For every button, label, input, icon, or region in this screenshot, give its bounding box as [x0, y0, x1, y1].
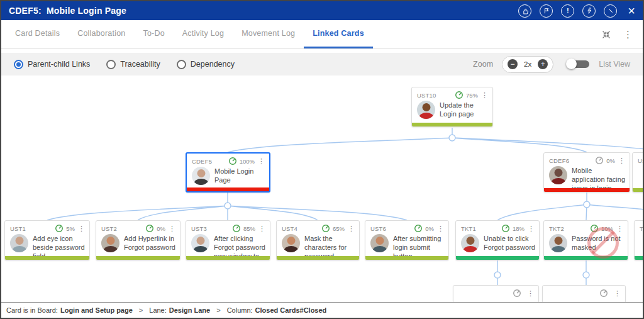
radio-traceability[interactable]: Traceability: [106, 60, 160, 69]
card-id: UST6: [370, 225, 386, 232]
avatar: [549, 234, 567, 252]
zoom-label: Zoom: [473, 60, 493, 69]
card-status-bar: [5, 256, 89, 260]
lightning-icon[interactable]: [582, 4, 596, 18]
card-id: UST10: [417, 92, 436, 99]
card-status-bar: [186, 256, 270, 260]
progress-gauge-icon: [321, 224, 330, 233]
card-menu-icon[interactable]: ⋮: [436, 225, 445, 232]
zoom-in-button[interactable]: +: [538, 59, 548, 69]
card-id: TKT2: [549, 225, 564, 232]
card-status-bar: [633, 188, 643, 192]
window-title-bar: CDEF5: Mobile Login Page ! ×: [1, 1, 643, 20]
radio-dependency[interactable]: Dependency: [177, 60, 235, 69]
progress-gauge-icon: [232, 224, 241, 233]
tab-movement-log[interactable]: Movement Log: [233, 20, 304, 48]
flag-icon[interactable]: [540, 4, 553, 18]
breadcrumb-separator: >: [139, 306, 143, 314]
linked-card[interactable]: UST1 5% ⋮ Add eye icon beside password f…: [4, 220, 90, 260]
card-detail-window: CDEF5: Mobile Login Page ! × Card Detail…: [0, 0, 644, 319]
card-title: Add Hyperlink in Forgot password: [124, 234, 176, 252]
link-type-radio-group: Parent-child Links Traceability Dependen…: [14, 60, 235, 69]
avatar: [10, 234, 28, 252]
card-menu-icon[interactable]: ⋮: [613, 290, 621, 297]
card-header: UST ⋮: [633, 153, 643, 165]
tab-linked-cards[interactable]: Linked Cards: [304, 20, 373, 48]
progress-gauge-icon: [145, 224, 154, 233]
tab-card-details[interactable]: Card Details: [6, 20, 69, 48]
card-progress-percent: 0%: [606, 157, 615, 164]
linked-card[interactable]: CDEF6 0% ⋮ Mobile application facing iss…: [543, 152, 630, 193]
progress-gauge-icon: [455, 91, 464, 99]
list-view-label: List View: [599, 60, 630, 69]
progress-gauge-icon: [590, 224, 599, 233]
card-body: [543, 298, 625, 302]
card-progress-percent: 100%: [240, 158, 255, 165]
avatar: [192, 167, 210, 185]
card-id: UST1: [10, 225, 26, 232]
card-location-breadcrumb: Card is in Board: Login and Setup page >…: [1, 302, 643, 318]
lane-label: Lane:: [149, 306, 167, 314]
card-menu-icon[interactable]: ⋮: [526, 290, 535, 297]
card-menu-icon[interactable]: ⋮: [616, 225, 624, 232]
thumbs-up-icon[interactable]: [518, 4, 531, 18]
alert-icon[interactable]: !: [561, 4, 574, 18]
list-view-toggle[interactable]: [566, 59, 590, 70]
card-header: TKT2 10% ⋮: [544, 221, 628, 233]
card-id: UST: [638, 157, 643, 164]
linked-card[interactable]: TKT ⋮: [634, 220, 643, 260]
zoom-control: − 2x +: [502, 56, 553, 73]
avatar: [417, 101, 435, 119]
card-progress-percent: 10%: [601, 225, 613, 232]
linked-card[interactable]: UST3 85% ⋮ After clicking Forgot passwor…: [186, 220, 270, 260]
tab-to-do[interactable]: To-Do: [134, 20, 173, 48]
card-menu-icon[interactable]: ⋮: [257, 158, 265, 165]
linked-card[interactable]: ⋮: [453, 285, 539, 302]
card-progress-percent: 85%: [243, 225, 255, 232]
linked-card[interactable]: UST4 65% ⋮ Mask the characters for passw…: [276, 220, 360, 260]
linked-card[interactable]: TKT2 10% ⋮ Password is not masked: [543, 220, 628, 260]
tab-collaboration[interactable]: Collaboration: [69, 20, 134, 48]
card-status-bar: [635, 256, 643, 260]
progress-gauge-icon: [55, 224, 64, 233]
card-header: UST3 85% ⋮: [186, 221, 270, 233]
linked-card[interactable]: UST2 0% ⋮ Add Hyperlink in Forgot passwo…: [96, 220, 180, 260]
avatar: [461, 234, 479, 252]
collapse-icon[interactable]: [602, 30, 611, 39]
progress-gauge-icon: [228, 157, 237, 165]
radio-parent-child-links[interactable]: Parent-child Links: [14, 60, 90, 69]
radio-circle-icon[interactable]: [14, 60, 23, 69]
card-body: [633, 165, 643, 184]
card-header: UST10 75% ⋮: [412, 87, 492, 100]
card-menu-icon[interactable]: ⋮: [618, 157, 626, 164]
tab-overflow-menu-icon[interactable]: ⋮: [623, 30, 633, 39]
view-controls: Zoom − 2x + List View: [473, 56, 630, 73]
linked-cards-canvas[interactable]: UST10 75% ⋮ Update the Login page CDEF5: [1, 76, 643, 302]
card-menu-icon[interactable]: ⋮: [347, 225, 355, 232]
card-body: Password is not masked: [544, 233, 628, 252]
card-progress-percent: 5%: [66, 225, 75, 232]
card-menu-icon[interactable]: ⋮: [527, 225, 535, 232]
linked-card[interactable]: UST10 75% ⋮ Update the Login page: [411, 87, 493, 127]
linked-card[interactable]: UST ⋮: [632, 152, 643, 193]
card-menu-icon[interactable]: ⋮: [77, 225, 86, 232]
close-icon[interactable]: ×: [628, 4, 635, 17]
window-title: CDEF5: Mobile Login Page: [9, 6, 126, 16]
tab-activity-log[interactable]: Activity Log: [174, 20, 233, 48]
radio-circle-icon[interactable]: [106, 60, 116, 69]
block-icon[interactable]: [604, 4, 617, 18]
linked-card[interactable]: CDEF5 100% ⋮ Mobile Login Page: [186, 152, 270, 193]
linked-card[interactable]: UST6 0% ⋮ After submitting login submit …: [365, 220, 449, 260]
radio-circle-icon[interactable]: [177, 60, 186, 69]
linked-card[interactable]: TKT1 18% ⋮ Unable to click Forgot passwo…: [455, 220, 540, 260]
card-menu-icon[interactable]: ⋮: [168, 225, 176, 232]
radio-label: Parent-child Links: [28, 60, 90, 69]
board-label: Card is in Board:: [6, 306, 58, 314]
card-menu-icon[interactable]: ⋮: [480, 92, 489, 99]
progress-gauge-icon: [599, 289, 608, 298]
card-menu-icon[interactable]: ⋮: [258, 225, 266, 232]
zoom-out-button[interactable]: −: [508, 59, 518, 69]
linked-card[interactable]: ⋮: [542, 285, 626, 302]
card-id: UST4: [282, 225, 297, 232]
title-bar-actions: ! ×: [518, 4, 635, 18]
